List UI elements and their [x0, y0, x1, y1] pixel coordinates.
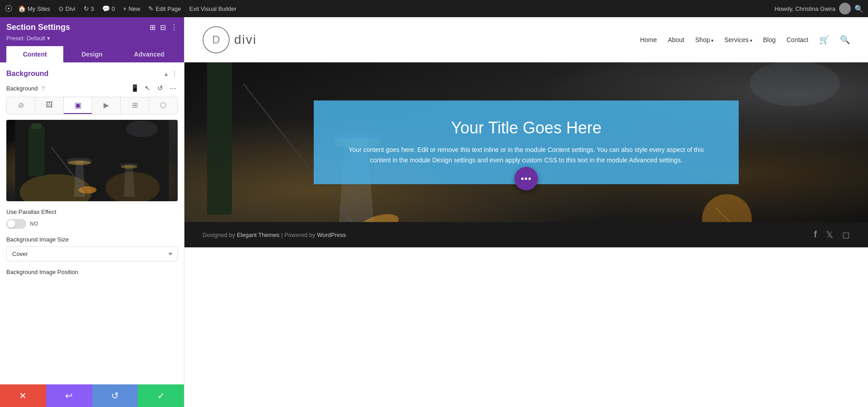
panel-title-row: Section Settings ⊞ ⊟ ⋮	[6, 23, 178, 32]
image-position-label: Background Image Position	[6, 269, 178, 275]
toggle-row: NO	[6, 219, 178, 229]
nav-shop[interactable]: Shop	[695, 36, 713, 43]
admin-bar-exit-builder[interactable]: Exit Visual Builder	[187, 0, 240, 17]
nav-about[interactable]: About	[668, 36, 684, 43]
toggle-track[interactable]	[6, 219, 26, 229]
bg-control-row: Background ? 📱 ↖ ↺ ⋯	[6, 84, 178, 92]
svg-point-8	[79, 186, 97, 194]
preset-row: Preset: Default ▾	[6, 35, 178, 42]
hero-text: Your content goes here. Edit or remove t…	[341, 145, 712, 166]
footer-instagram-icon[interactable]: ◻	[842, 229, 850, 240]
tab-design[interactable]: Design	[63, 46, 120, 62]
undo-button[interactable]: ↩	[46, 384, 92, 407]
footer-wordpress[interactable]: WordPress	[317, 232, 346, 238]
bg-icons: 📱 ↖ ↺ ⋯	[130, 84, 178, 92]
panel-columns-icon[interactable]: ⊟	[160, 23, 166, 32]
nav-blog[interactable]: Blog	[763, 36, 776, 43]
cancel-icon: ✕	[19, 390, 27, 401]
bg-help-icon[interactable]: ?	[41, 85, 44, 92]
logo-circle: D	[203, 26, 230, 53]
nav-home[interactable]: Home	[640, 36, 657, 43]
my-sites-icon: 🏠	[18, 5, 26, 12]
new-icon: +	[123, 5, 127, 12]
edit-icon: ✎	[148, 5, 154, 12]
bg-device-icon[interactable]: 📱	[130, 84, 140, 92]
cancel-button[interactable]: ✕	[0, 384, 46, 407]
bg-type-video[interactable]: ▶	[92, 97, 121, 114]
panel-menu-icon[interactable]: ⋮	[170, 23, 178, 32]
footer-elegant-themes[interactable]: Elegant Themes	[237, 232, 279, 238]
exit-builder-label: Exit Visual Builder	[189, 5, 237, 12]
site-header: D divi Home About Shop Services Blog Con…	[184, 17, 868, 62]
admin-bar-divi[interactable]: ⊙ Divi	[56, 0, 78, 17]
hero-title: Your Title Goes Here	[341, 118, 712, 137]
main-area: Section Settings ⊞ ⊟ ⋮ Preset: Default ▾…	[0, 17, 868, 407]
footer-designed-by: Designed by	[203, 232, 237, 238]
bg-type-color[interactable]: ⊘	[7, 97, 35, 114]
svg-point-7	[68, 161, 91, 165]
section-collapse-icon[interactable]: ▴	[165, 70, 168, 77]
wp-admin-bar: ☉ 🏠 My Sites ⊙ Divi ↻ 3 💬 0 + New ✎ Edit…	[0, 0, 868, 17]
footer-twitter-icon[interactable]: 𝕏	[826, 229, 833, 240]
admin-bar-new[interactable]: + New	[120, 0, 143, 17]
panel-body: Background ▴ ⋮ Background ? 📱 ↖ ↺ ⋯	[0, 62, 184, 384]
site-logo: D divi	[203, 26, 257, 53]
nav-cart-icon[interactable]: 🛒	[819, 35, 829, 45]
footer-left: Designed by Elegant Themes | Powered by …	[203, 232, 346, 238]
svg-rect-3	[29, 127, 45, 176]
background-section-title: Background	[6, 70, 48, 78]
edit-page-label: Edit Page	[156, 5, 181, 12]
float-btn-icon: •••	[521, 174, 532, 184]
float-action-button[interactable]: •••	[514, 167, 538, 190]
bg-type-tabs: ⊘ 🖼 ▣ ▶ ⊞ ⬡	[6, 97, 178, 114]
image-size-select[interactable]: Cover Contain Auto	[6, 246, 178, 261]
tab-content[interactable]: Content	[6, 46, 63, 62]
bg-type-pattern[interactable]: ⊞	[121, 97, 149, 114]
section-menu-icon[interactable]: ⋮	[171, 70, 178, 77]
nav-services[interactable]: Services	[724, 36, 752, 43]
image-size-field: Background Image Size Cover Contain Auto	[6, 236, 178, 261]
avatar	[839, 3, 851, 14]
parallax-toggle[interactable]	[6, 219, 26, 229]
bottom-bar: ✕ ↩ ↺ ✓	[0, 384, 184, 407]
panel-title: Section Settings	[6, 23, 70, 32]
admin-bar-comments[interactable]: 💬 0	[99, 0, 118, 17]
admin-bar-my-sites[interactable]: 🏠 My Sites	[15, 0, 53, 17]
footer-facebook-icon[interactable]: f	[814, 229, 817, 240]
updates-count: 3	[91, 5, 94, 12]
redo-button[interactable]: ↺	[92, 384, 138, 407]
background-section-header: Background ▴ ⋮	[6, 70, 178, 78]
divi-icon: ⊙	[58, 5, 64, 12]
preset-dropdown-icon[interactable]: ▾	[47, 35, 50, 42]
nav-contact[interactable]: Contact	[787, 36, 808, 43]
save-button[interactable]: ✓	[138, 384, 184, 407]
bg-reset-icon[interactable]: ↺	[155, 84, 165, 92]
section-header-icons: ▴ ⋮	[165, 70, 178, 77]
redo-icon: ↺	[111, 390, 119, 401]
wp-logo-icon[interactable]: ☉	[5, 3, 13, 14]
bg-type-mask[interactable]: ⬡	[149, 97, 177, 114]
bg-type-image[interactable]: 🖼	[35, 97, 64, 114]
new-label: New	[128, 5, 140, 12]
hero-section: Your Title Goes Here Your content goes h…	[184, 62, 868, 222]
nav-search-icon[interactable]: 🔍	[840, 35, 850, 45]
admin-bar-updates[interactable]: ↻ 3	[81, 0, 97, 17]
tab-advanced[interactable]: Advanced	[121, 46, 178, 62]
admin-search-icon[interactable]: 🔍	[854, 5, 863, 13]
image-position-field: Background Image Position	[6, 269, 178, 275]
bg-type-gradient[interactable]: ▣	[64, 97, 92, 114]
image-size-label: Background Image Size	[6, 236, 178, 243]
divi-label: Divi	[66, 5, 75, 12]
parallax-field: Use Parallax Effect NO	[6, 208, 178, 229]
bg-cursor-icon[interactable]: ↖	[142, 84, 152, 92]
admin-bar-edit-page[interactable]: ✎ Edit Page	[146, 0, 184, 17]
bg-preview	[6, 120, 178, 201]
panel-expand-icon[interactable]: ⊞	[150, 23, 156, 32]
panel-header: Section Settings ⊞ ⊟ ⋮ Preset: Default ▾…	[0, 17, 184, 62]
preset-label[interactable]: Preset: Default	[6, 35, 45, 42]
bg-preview-svg	[6, 120, 178, 201]
preview-area: D divi Home About Shop Services Blog Con…	[184, 17, 868, 407]
comments-count: 0	[112, 5, 115, 12]
bg-more-icon[interactable]: ⋯	[168, 84, 178, 92]
undo-icon: ↩	[65, 390, 73, 401]
